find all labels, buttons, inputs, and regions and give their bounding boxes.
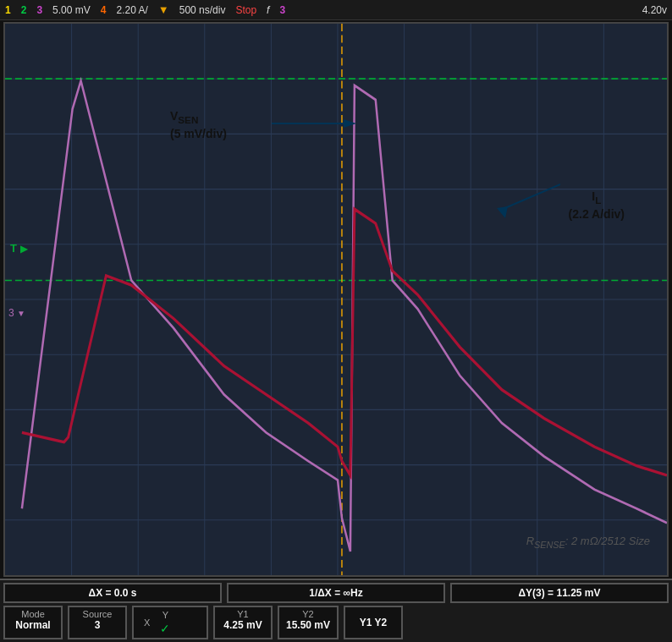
ch3-label: 3: [36, 4, 42, 16]
trigger-t-marker: T ▶: [10, 242, 27, 255]
mode-value: Normal: [15, 619, 50, 631]
y1-label: Y1: [237, 609, 248, 619]
delta-x-box: ΔX = 0.0 s: [3, 583, 222, 603]
screen-area: VSEN(5 mV/div) IL(2.2 A/div) RSENSE: 2 m…: [3, 22, 669, 577]
ch4-label: 4: [101, 4, 107, 16]
header-bar: 1 2 3 5.00 mV 4 2.20 A/ ▼ 500 ns/div Sto…: [0, 0, 672, 20]
trigger-arrow-icon: ▼: [158, 3, 169, 16]
il-annotation: IL(2.2 A/div): [569, 189, 625, 222]
ch4-scale: 2.20 A/: [116, 4, 147, 16]
status-stop: Stop: [235, 4, 256, 16]
inv-delta-x-box: 1/ΔX = ∞Hz: [227, 583, 445, 603]
trigger-arrow-right-icon: ▶: [20, 244, 27, 254]
checkmark: ✓: [160, 622, 170, 635]
svg-marker-25: [497, 206, 508, 218]
il-arrow-icon: [493, 176, 560, 218]
y1-box[interactable]: Y1 4.25 mV: [213, 606, 273, 639]
rsense-annotation: RSENSE: 2 mΩ/2512 Size: [526, 535, 650, 550]
vsen-arrow-icon: [272, 115, 356, 140]
source-label: Source: [83, 609, 113, 619]
source-box[interactable]: Source 3: [68, 606, 127, 639]
ch3-scale: 5.00 mV: [52, 4, 91, 16]
ch3-down-icon: ▼: [17, 309, 25, 318]
source-value: 3: [95, 619, 101, 631]
mode-box[interactable]: Mode Normal: [3, 606, 63, 639]
x-label: X: [144, 617, 150, 628]
y1y2-box[interactable]: Y1 Y2: [344, 606, 403, 639]
controls-row1: ΔX = 0.0 s 1/ΔX = ∞Hz ΔY(3) = 11.25 mV: [3, 583, 669, 603]
ch1-label: 1: [5, 4, 11, 16]
ch3-marker: 3 ▼: [8, 307, 25, 319]
oscilloscope: 1 2 3 5.00 mV 4 2.20 A/ ▼ 500 ns/div Sto…: [0, 0, 672, 642]
il-text: IL(2.2 A/div): [569, 189, 625, 221]
header-voltage: 4.20v: [642, 4, 667, 16]
inv-delta-x-value: 1/ΔX = ∞Hz: [309, 587, 363, 599]
y1-value: 4.25 mV: [223, 619, 262, 631]
delta-x-value: ΔX = 0.0 s: [89, 587, 137, 599]
f-label: f: [267, 4, 269, 16]
y2-box[interactable]: Y2 15.50 mV: [278, 606, 339, 639]
bottom-controls: ΔX = 0.0 s 1/ΔX = ∞Hz ΔY(3) = 11.25 mV M…: [0, 579, 672, 642]
controls-row2: Mode Normal Source 3 X Y ✓ Y1 4: [3, 606, 669, 639]
vsen-text: VSEN(5 mV/div): [170, 109, 227, 140]
mode-label: Mode: [21, 609, 45, 619]
ch3-marker-label: 3: [8, 307, 14, 319]
delta-y3-box: ΔY(3) = 11.25 mV: [450, 583, 669, 603]
ch2-label: 2: [21, 4, 27, 16]
waveform-svg: [5, 24, 667, 575]
svg-marker-23: [344, 119, 356, 128]
trigger-t-label: T: [10, 242, 17, 255]
rsense-text: RSENSE: 2 mΩ/2512 Size: [526, 535, 650, 547]
header-ch-num: 3: [279, 4, 285, 16]
y2-label: Y2: [302, 609, 313, 619]
timebase: 500 ns/div: [179, 4, 226, 16]
y-label: Y: [162, 610, 168, 620]
delta-y3-value: ΔY(3) = 11.25 mV: [518, 587, 600, 599]
y1y2-label: Y1 Y2: [360, 617, 387, 628]
y2-value: 15.50 mV: [286, 619, 330, 631]
xy-box[interactable]: X Y ✓: [132, 606, 208, 639]
svg-line-24: [501, 184, 560, 210]
vsen-annotation: VSEN(5 mV/div): [170, 108, 227, 141]
